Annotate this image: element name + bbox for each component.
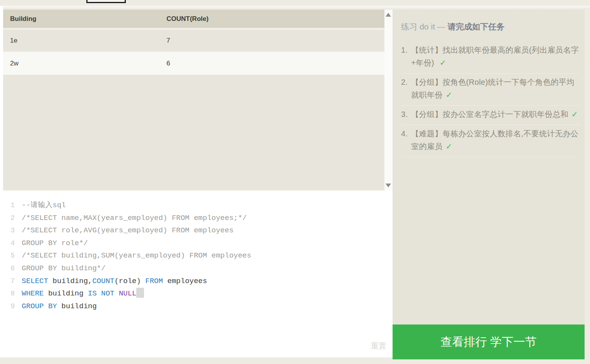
task-text: 【难题】每栋办公室按人数排名,不要统计无办公室的雇员	[411, 129, 578, 151]
cell-building: 1e	[3, 30, 166, 52]
task-text: 【统计】找出就职年份最高的雇员(列出雇员名字+年份)	[411, 46, 579, 67]
results-scrollbar[interactable]	[384, 10, 393, 191]
query-results-panel: Building COUNT(Role) 1e 7 2w 6	[3, 10, 384, 191]
column-header-building: Building	[3, 10, 166, 28]
line-number: 3	[0, 224, 15, 237]
code-line: 6GROUP BY building*/	[0, 262, 393, 275]
sql-code-editor[interactable]: 1--请输入sql 2/*SELECT name,MAX(years_emplo…	[0, 191, 393, 357]
task-number: 1.	[401, 44, 411, 69]
code-segment	[114, 289, 118, 298]
task-list: 1. 【统计】找出就职年份最高的雇员(列出雇员名字+年份) ✓ 2. 【分组】按…	[401, 41, 579, 157]
line-number: 1	[0, 199, 15, 212]
code-line: 4GROUP BY role*/	[0, 237, 393, 250]
line-number: 7	[0, 275, 15, 288]
editor-bottom-border	[0, 357, 393, 359]
task-number: 3.	[401, 108, 411, 121]
line-number: 5	[0, 249, 15, 262]
line-number: 8	[0, 287, 15, 300]
code-segment: WHERE	[22, 289, 44, 298]
code-line: 7SELECT building,COUNT(role) FROM employ…	[0, 275, 393, 288]
code-line: 8WHERE building IS NOT NULL	[0, 287, 393, 300]
column-header-count-role: COUNT(Role)	[166, 10, 384, 28]
scroll-down-icon[interactable]	[386, 184, 391, 187]
code-segment: /*SELECT role,AVG(years_employed) FROM e…	[22, 226, 233, 235]
code-segment: building	[44, 289, 88, 298]
code-segment: building,	[48, 277, 92, 285]
task-text: 【分组】按办公室名字总计一下就职年份总和	[411, 110, 568, 118]
line-number: 6	[0, 262, 15, 275]
line-number: 2	[0, 212, 15, 225]
task-item-2: 2. 【分组】按角色(Role)统计一下每个角色的平均就职年份✓	[401, 74, 579, 106]
code-segment: /*SELECT name,MAX(years_employed) FROM e…	[22, 214, 247, 222]
code-line: 9GROUP BY building	[0, 300, 393, 313]
code-line: 5/*SELECT building,SUM(years_employed) F…	[0, 249, 393, 262]
code-segment: SELECT	[22, 277, 48, 285]
exercise-title-strong: 请完成如下任务	[448, 22, 504, 31]
task-item-1: 1. 【统计】找出就职年份最高的雇员(列出雇员名字+年份) ✓	[401, 41, 579, 74]
code-line: 3/*SELECT role,AVG(years_employed) FROM …	[0, 224, 393, 237]
code-segment: IS NOT	[88, 289, 114, 298]
code-segment: COUNT	[92, 277, 114, 285]
line-number: 9	[0, 300, 15, 313]
code-segment: FROM	[145, 277, 163, 285]
check-icon: ✓	[446, 91, 452, 99]
task-item-3: 3. 【分组】按办公室名字总计一下就职年份总和✓	[401, 106, 579, 125]
code-line: 1--请输入sql	[0, 199, 393, 212]
exercise-title-prefix: 练习 do it —	[401, 22, 448, 31]
table-row: 1e 7	[3, 30, 384, 52]
code-segment: GROUP BY building*/	[22, 264, 106, 273]
exercise-title: 练习 do it — 请完成如下任务	[401, 21, 579, 32]
code-segment: employees	[163, 277, 207, 285]
code-segment: --请输入sql	[22, 201, 66, 209]
exercise-sidebar: 练习 do it — 请完成如下任务 1. 【统计】找出就职年份最高的雇员(列出…	[393, 10, 585, 325]
task-number: 4.	[401, 127, 411, 153]
text-cursor	[136, 288, 144, 298]
code-segment: GROUP BY	[22, 302, 57, 311]
check-icon: ✓	[446, 142, 452, 151]
task-item-4: 4. 【难题】每栋办公室按人数排名,不要统计无办公室的雇员✓	[401, 125, 579, 157]
code-line: 2/*SELECT name,MAX(years_employed) FROM …	[0, 212, 393, 225]
view-ranking-next-lesson-button[interactable]: 查看排行 学下一节	[393, 325, 585, 359]
scroll-up-icon[interactable]	[386, 13, 391, 17]
line-number: 4	[0, 237, 15, 250]
table-row: 2w 6	[3, 52, 384, 75]
check-icon: ✓	[571, 110, 578, 118]
top-divider-band	[0, 6, 590, 10]
task-text: 【分组】按角色(Role)统计一下每个角色的平均就职年份	[411, 78, 575, 99]
task-number: 2.	[401, 76, 411, 101]
code-segment: /*SELECT building,SUM(years_employed) FR…	[22, 251, 251, 260]
cell-count: 6	[166, 52, 384, 75]
code-segment: GROUP BY role*/	[22, 239, 88, 247]
cell-count: 7	[166, 30, 384, 52]
check-icon: ✓	[439, 58, 446, 67]
code-segment: building	[57, 302, 97, 311]
reset-button[interactable]: 重置	[371, 340, 386, 352]
code-segment: NULL	[119, 289, 137, 298]
partial-top-button[interactable]	[86, 0, 126, 3]
code-segment: (role)	[114, 277, 145, 285]
cell-building: 2w	[3, 52, 166, 75]
results-table-header: Building COUNT(Role)	[3, 10, 384, 30]
